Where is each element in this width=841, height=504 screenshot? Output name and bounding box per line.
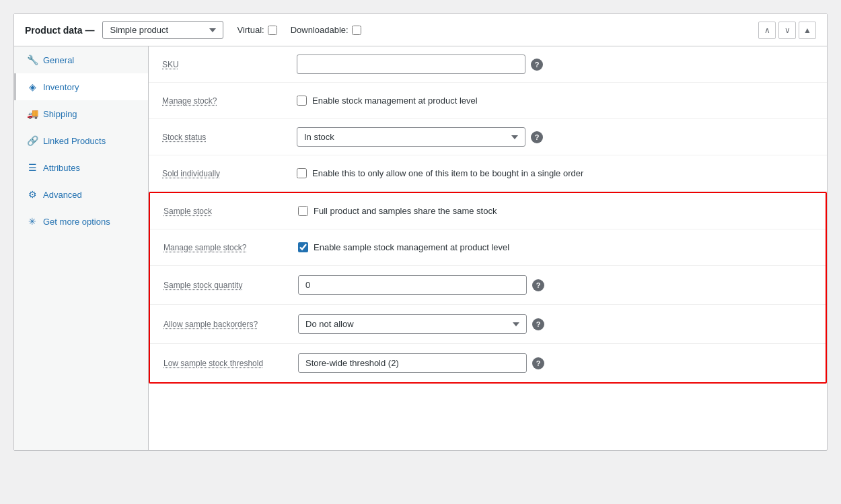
low-sample-stock-threshold-row: Low sample stock threshold ? (150, 344, 826, 382)
sidebar-label-general: General (43, 55, 74, 65)
wrench-icon: 🔧 (27, 55, 38, 65)
sidebar-item-shipping[interactable]: 🚚 Shipping (14, 100, 148, 127)
sku-input[interactable] (297, 55, 525, 74)
sample-stock-checkbox-text: Full product and samples share the same … (314, 206, 497, 216)
sample-stock-row: Sample stock Full product and samples sh… (150, 193, 826, 229)
sidebar-item-advanced[interactable]: ⚙ Advanced (14, 181, 148, 208)
panel-title: Product data — (25, 25, 94, 36)
gear-icon: ⚙ (27, 189, 38, 200)
sold-individually-checkbox-text: Enable this to only allow one of this it… (312, 168, 583, 178)
stock-status-label: Stock status (162, 133, 297, 142)
sidebar-label-attributes: Attributes (43, 163, 80, 173)
downloadable-checkbox-label[interactable]: Downloadable: (291, 25, 361, 35)
allow-sample-backorders-label: Allow sample backorders? (163, 320, 298, 329)
stock-status-help-icon[interactable]: ? (531, 131, 543, 143)
manage-stock-checkbox-row: Enable stock management at product level (297, 96, 478, 106)
sidebar-label-advanced: Advanced (43, 190, 82, 200)
sku-label: SKU (162, 60, 297, 69)
downloadable-label: Downloadable: (291, 25, 349, 35)
sample-stock-control: Full product and samples share the same … (298, 206, 812, 216)
sidebar-item-get-more-options[interactable]: ✳ Get more options (14, 208, 148, 235)
sku-help-icon[interactable]: ? (531, 59, 543, 71)
sidebar-item-general[interactable]: 🔧 General (14, 46, 148, 73)
sidebar-item-linked-products[interactable]: 🔗 Linked Products (14, 127, 148, 154)
sidebar-label-linked-products: Linked Products (43, 136, 106, 146)
header-nav: ∧ ∨ ▲ (758, 22, 816, 39)
link-icon: 🔗 (27, 135, 38, 146)
diamond-icon: ◈ (27, 81, 38, 92)
highlighted-section: Sample stock Full product and samples sh… (149, 192, 827, 384)
low-sample-stock-threshold-control: ? (298, 353, 812, 373)
virtual-checkbox[interactable] (268, 26, 277, 35)
sample-stock-label: Sample stock (163, 207, 298, 216)
sold-individually-checkbox-row: Enable this to only allow one of this it… (297, 168, 583, 178)
allow-sample-backorders-select[interactable]: Do not allow Allow, but notify customer … (298, 314, 527, 334)
stock-status-row: Stock status In stock Out of stock On ba… (149, 119, 827, 155)
manage-sample-stock-row: Manage sample stock? Enable sample stock… (150, 229, 826, 266)
sku-control: ? (297, 55, 813, 74)
sold-individually-checkbox[interactable] (297, 168, 307, 178)
list-icon: ☰ (27, 162, 38, 173)
sidebar-item-attributes[interactable]: ☰ Attributes (14, 154, 148, 181)
virtual-checkbox-label[interactable]: Virtual: (237, 25, 277, 35)
manage-sample-stock-control: Enable sample stock management at produc… (298, 242, 812, 252)
sold-individually-control: Enable this to only allow one of this it… (297, 168, 813, 178)
nav-collapse-button[interactable]: ▲ (799, 22, 816, 39)
low-sample-stock-threshold-help-icon[interactable]: ? (532, 357, 544, 369)
downloadable-checkbox[interactable] (352, 26, 361, 35)
low-sample-stock-threshold-input[interactable] (298, 353, 527, 373)
sidebar: 🔧 General ◈ Inventory 🚚 Shipping 🔗 Linke… (14, 46, 149, 450)
sample-stock-quantity-help-icon[interactable]: ? (532, 279, 544, 291)
nav-up-button[interactable]: ∧ (758, 22, 776, 39)
sold-individually-label: Sold individually (162, 169, 297, 178)
sample-stock-checkbox-row: Full product and samples share the same … (298, 206, 497, 216)
low-sample-stock-threshold-label: Low sample stock threshold (163, 359, 298, 368)
stock-status-control: In stock Out of stock On backorder ? (297, 127, 813, 147)
sample-stock-quantity-input[interactable] (298, 275, 527, 295)
manage-stock-control: Enable stock management at product level (297, 96, 813, 106)
sidebar-item-inventory[interactable]: ◈ Inventory (14, 73, 148, 100)
sample-stock-quantity-control: ? (298, 275, 812, 295)
allow-sample-backorders-help-icon[interactable]: ? (532, 318, 544, 330)
sku-row: SKU ? (149, 46, 827, 83)
product-data-panel: Product data — Simple product Virtual: D… (13, 13, 828, 451)
product-type-select[interactable]: Simple product (102, 21, 223, 39)
stock-status-select[interactable]: In stock Out of stock On backorder (297, 127, 525, 147)
sidebar-label-shipping: Shipping (43, 109, 77, 119)
manage-stock-label: Manage stock? (162, 96, 297, 106)
manage-sample-stock-checkbox-row: Enable sample stock management at produc… (298, 242, 509, 252)
manage-sample-stock-checkbox[interactable] (298, 242, 308, 252)
content-area: SKU ? Manage stock? Enable stock managem… (149, 46, 827, 450)
sample-stock-quantity-label: Sample stock quantity (163, 281, 298, 290)
panel-body: 🔧 General ◈ Inventory 🚚 Shipping 🔗 Linke… (14, 46, 827, 450)
virtual-label: Virtual: (237, 25, 264, 35)
allow-sample-backorders-control: Do not allow Allow, but notify customer … (298, 314, 812, 334)
header-checkboxes: Virtual: Downloadable: (237, 25, 361, 35)
truck-icon: 🚚 (27, 108, 38, 119)
sidebar-label-inventory: Inventory (43, 82, 79, 92)
sample-stock-quantity-row: Sample stock quantity ? (150, 266, 826, 305)
manage-sample-stock-label: Manage sample stock? (163, 243, 298, 252)
allow-sample-backorders-row: Allow sample backorders? Do not allow Al… (150, 305, 826, 344)
manage-stock-checkbox-text: Enable stock management at product level (312, 96, 478, 106)
manage-stock-checkbox[interactable] (297, 96, 307, 106)
panel-header: Product data — Simple product Virtual: D… (14, 14, 827, 46)
manage-sample-stock-checkbox-text: Enable sample stock management at produc… (314, 242, 509, 252)
sold-individually-row: Sold individually Enable this to only al… (149, 155, 827, 192)
nav-down-button[interactable]: ∨ (778, 22, 796, 39)
sample-stock-checkbox[interactable] (298, 206, 308, 216)
star-icon: ✳ (27, 216, 38, 227)
sidebar-label-get-more-options: Get more options (43, 217, 110, 227)
manage-stock-row: Manage stock? Enable stock management at… (149, 83, 827, 119)
